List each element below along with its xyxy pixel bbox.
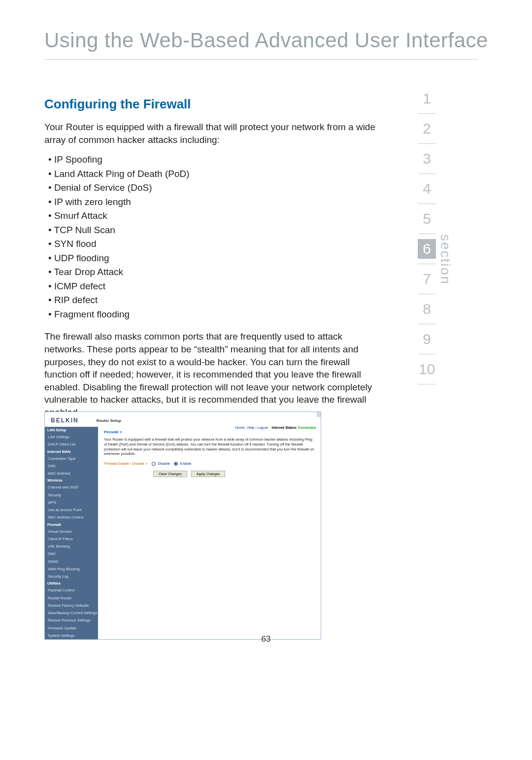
scrollbar-thumb (317, 412, 321, 417)
sidebar-item[interactable]: Security Log (45, 573, 98, 580)
sidebar-item[interactable]: LAN Setup (45, 427, 98, 433)
section-nav-item-8[interactable]: 8 (418, 299, 436, 319)
sidebar-item[interactable]: Save/Backup Current Settings (45, 609, 98, 617)
sidebar-item[interactable]: MAC Address Control (45, 514, 98, 521)
second-paragraph: The firewall also masks common ports tha… (44, 330, 384, 418)
section-nav-separator (418, 294, 436, 294)
radio-disable[interactable] (152, 462, 156, 466)
attack-list-item: UDP flooding (48, 251, 384, 266)
section-nav-item-9[interactable]: 9 (418, 329, 436, 349)
sidebar-item[interactable]: Restart Router (45, 594, 98, 602)
router-screenshot: BELKIN Router Setup Home | Help | Logout… (44, 412, 321, 640)
section-nav-item-6[interactable]: 6 (418, 239, 436, 259)
sidebar-item[interactable]: Utilities (45, 580, 98, 587)
sidebar-item[interactable]: WPS (45, 499, 98, 506)
section-nav-item-3[interactable]: 3 (418, 149, 436, 169)
attack-list-item: Smurf Attack (48, 209, 384, 223)
section-nav-separator (418, 204, 436, 204)
attack-list-item: TCP Null Scan (48, 223, 384, 238)
attack-list-item: IP Spoofing (48, 153, 384, 167)
section-subtitle: Configuring the Firewall (44, 97, 384, 112)
clear-changes-button[interactable]: Clear Changes (153, 471, 187, 477)
page-number: 63 (0, 634, 532, 644)
radio-enable-label: Enable (180, 461, 191, 466)
ss-firewall-breadcrumb: Firewall > (104, 430, 315, 434)
sidebar-item[interactable]: Connection Type (45, 455, 98, 462)
attack-list-item: Denial of Service (DoS) (48, 181, 384, 195)
sidebar-item[interactable]: Virtual Servers (45, 528, 98, 535)
radio-row-label: Firewall Enable / Disable > (104, 461, 148, 466)
main-content: Configuring the Firewall Your Router is … (44, 97, 384, 426)
attack-list-item: SYN flood (48, 237, 384, 251)
ss-sidebar: LAN SetupLAN SettingsDHCP Client ListInt… (45, 427, 98, 639)
ss-firewall-description: Your Router is equipped with a firewall … (104, 437, 315, 456)
section-nav-separator (418, 143, 436, 144)
section-nav: 12345678910 (418, 89, 436, 389)
sidebar-item[interactable]: Internet WAN (45, 449, 98, 455)
sidebar-item[interactable]: WAN Ping Blocking (45, 565, 98, 573)
radio-disable-label: Disable (158, 461, 170, 466)
sidebar-item[interactable]: LAN Settings (45, 433, 98, 441)
section-nav-item-2[interactable]: 2 (418, 119, 436, 138)
attack-list-item: IP with zero length (48, 195, 384, 209)
section-label: section (437, 234, 453, 285)
page-title: Using the Web-Based Advanced User Interf… (44, 29, 488, 52)
sidebar-item[interactable]: MAC Address (45, 470, 98, 477)
sidebar-item[interactable]: Restore Previous Settings (45, 617, 98, 624)
section-nav-item-4[interactable]: 4 (418, 179, 436, 199)
section-nav-separator (418, 264, 436, 264)
sidebar-item[interactable]: Wireless (45, 477, 98, 484)
attack-list-item: Land Attack Ping of Death (PoD) (48, 167, 384, 181)
sidebar-item[interactable]: Firmware Update (45, 624, 98, 632)
sidebar-item[interactable]: Firewall (45, 521, 98, 528)
section-nav-separator (418, 113, 436, 114)
sidebar-item[interactable]: DHCP Client List (45, 441, 98, 448)
ss-header: BELKIN Router Setup (45, 412, 321, 427)
section-nav-item-1[interactable]: 1 (418, 89, 436, 108)
section-nav-separator (418, 354, 436, 354)
attack-list: IP SpoofingLand Attack Ping of Death (Po… (48, 153, 384, 321)
sidebar-item[interactable]: DMZ (45, 550, 98, 557)
section-nav-item-7[interactable]: 7 (418, 269, 436, 289)
sidebar-item[interactable]: DNS (45, 462, 98, 470)
section-nav-separator (418, 234, 436, 234)
sidebar-item[interactable]: Use as Access Point (45, 506, 98, 514)
sidebar-item[interactable]: Security (45, 491, 98, 499)
belkin-logo: BELKIN (51, 417, 79, 424)
apply-changes-button[interactable]: Apply Changes (191, 471, 225, 477)
sidebar-item[interactable]: Restore Factory Defaults (45, 602, 98, 609)
router-setup-label: Router Setup (97, 418, 315, 423)
sidebar-item[interactable]: URL Blocking (45, 543, 98, 550)
firewall-enable-row: Firewall Enable / Disable > Disable Enab… (104, 461, 315, 466)
sidebar-item[interactable]: Client IP Filters (45, 535, 98, 543)
sidebar-item[interactable]: Channel and SSID (45, 484, 98, 491)
attack-list-item: ICMP defect (48, 279, 384, 294)
radio-enable[interactable] (174, 462, 178, 466)
title-divider (44, 59, 478, 60)
attack-list-item: Tear Drop Attack (48, 265, 384, 279)
section-nav-separator (418, 384, 436, 384)
section-nav-separator (418, 324, 436, 324)
attack-list-item: RIP defect (48, 293, 384, 308)
section-nav-separator (418, 173, 436, 174)
section-nav-item-10[interactable]: 10 (418, 359, 436, 379)
intro-paragraph: Your Router is equipped with a firewall … (44, 121, 384, 146)
sidebar-item[interactable]: Parental Control (45, 587, 98, 594)
sidebar-item[interactable]: DDNS (45, 558, 98, 565)
ss-main: Firewall > Your Router is equipped with … (98, 427, 321, 639)
attack-list-item: Fragment flooding (48, 308, 384, 322)
section-nav-item-5[interactable]: 5 (418, 209, 436, 229)
